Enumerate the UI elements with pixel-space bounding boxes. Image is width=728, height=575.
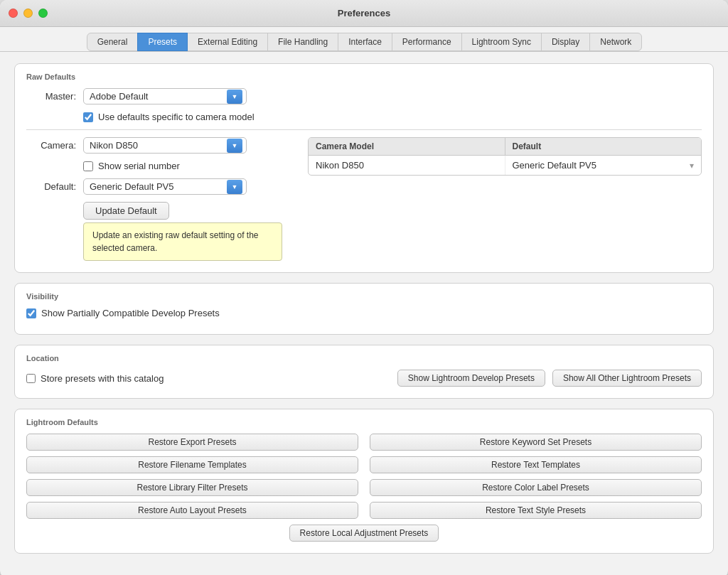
tab-performance[interactable]: Performance xyxy=(392,33,462,51)
restore-library-filter-button[interactable]: Restore Library Filter Presets xyxy=(26,479,358,496)
tab-display[interactable]: Display xyxy=(541,33,590,51)
camera-right-panel: Camera Model Default Nikon D850 Generic … xyxy=(308,137,702,261)
update-default-tooltip: Update an existing raw default setting o… xyxy=(83,222,282,261)
camera-table-header: Camera Model Default xyxy=(309,138,701,156)
use-defaults-checkbox[interactable] xyxy=(83,112,93,122)
default-select[interactable]: Generic Default PV5 Camera Default Adobe… xyxy=(83,178,247,195)
restore-filename-button[interactable]: Restore Filename Templates xyxy=(26,456,358,473)
show-presets-checkbox[interactable] xyxy=(26,308,36,318)
lightroom-defaults-grid: Restore Export Presets Restore Keyword S… xyxy=(26,434,702,519)
table-col-model: Camera Model xyxy=(309,138,505,155)
separator-1 xyxy=(26,129,702,130)
lightroom-defaults-section: Lightroom Defaults Restore Export Preset… xyxy=(14,409,714,554)
update-default-button[interactable]: Update Default xyxy=(83,202,169,220)
tabs-bar: General Presets External Editing File Ha… xyxy=(0,27,728,52)
store-presets-checkbox[interactable] xyxy=(26,374,36,383)
master-label: Master: xyxy=(26,91,76,102)
table-col-default: Default xyxy=(505,138,702,155)
use-defaults-row: Use defaults specific to camera model xyxy=(83,112,702,122)
default-row: Default: Generic Default PV5 Camera Defa… xyxy=(26,178,296,195)
window-title: Preferences xyxy=(338,8,390,18)
tab-lightroom-sync[interactable]: Lightroom Sync xyxy=(461,33,542,51)
master-select[interactable]: Adobe Default Camera Settings Custom Set… xyxy=(83,88,247,104)
show-other-presets-button[interactable]: Show All Other Lightroom Presets xyxy=(552,370,702,387)
tab-external-editing[interactable]: External Editing xyxy=(187,33,268,51)
chevron-down-icon: ▾ xyxy=(690,161,694,171)
show-serial-row: Show serial number xyxy=(83,161,296,171)
close-button[interactable] xyxy=(9,9,18,18)
main-content: Raw Defaults Master: Adobe Default Camer… xyxy=(0,52,728,575)
camera-section: Camera: Nikon D850 Canon EOS R5 Sony A7R… xyxy=(26,137,702,261)
default-label: Default: xyxy=(26,181,76,192)
default-select-wrapper: Generic Default PV5 Camera Default Adobe… xyxy=(83,178,247,195)
tab-interface[interactable]: Interface xyxy=(338,33,392,51)
location-section: Location Store presets with this catalog… xyxy=(14,345,714,399)
traffic-lights xyxy=(9,9,48,18)
titlebar: Preferences xyxy=(0,0,728,27)
table-cell-model: Nikon D850 xyxy=(309,156,505,175)
master-row: Master: Adobe Default Camera Settings Cu… xyxy=(26,88,702,104)
store-presets-label: Store presets with this catalog xyxy=(41,373,164,384)
location-row: Store presets with this catalog Show Lig… xyxy=(26,370,702,387)
tab-file-handling[interactable]: File Handling xyxy=(267,33,338,51)
master-select-wrapper: Adobe Default Camera Settings Custom Set… xyxy=(83,88,247,104)
tab-network[interactable]: Network xyxy=(589,33,642,51)
camera-select[interactable]: Nikon D850 Canon EOS R5 Sony A7R IV xyxy=(83,137,247,154)
tab-presets[interactable]: Presets xyxy=(137,33,188,51)
table-cell-default: Generic Default PV5 ▾ xyxy=(505,156,702,175)
preferences-window: Preferences General Presets External Edi… xyxy=(0,0,728,575)
show-serial-label: Show serial number xyxy=(98,161,180,171)
store-presets-row: Store presets with this catalog xyxy=(26,373,164,384)
show-presets-row: Show Partially Compatible Develop Preset… xyxy=(26,308,702,318)
table-row: Nikon D850 Generic Default PV5 ▾ xyxy=(309,156,701,175)
show-develop-presets-button[interactable]: Show Lightroom Develop Presets xyxy=(397,370,545,387)
location-buttons: Show Lightroom Develop Presets Show All … xyxy=(397,370,702,387)
restore-keyword-button[interactable]: Restore Keyword Set Presets xyxy=(370,434,702,451)
show-serial-checkbox[interactable] xyxy=(83,161,93,171)
location-label: Location xyxy=(26,354,702,362)
tab-general[interactable]: General xyxy=(87,33,139,51)
lightroom-defaults-label: Lightroom Defaults xyxy=(26,418,702,426)
camera-row: Camera: Nikon D850 Canon EOS R5 Sony A7R… xyxy=(26,137,296,154)
restore-text-button[interactable]: Restore Text Templates xyxy=(370,456,702,473)
restore-local-adjustment-button[interactable]: Restore Local Adjustment Presets xyxy=(289,525,439,542)
minimize-button[interactable] xyxy=(23,9,33,18)
lightroom-defaults-bottom: Restore Local Adjustment Presets xyxy=(26,525,702,542)
raw-defaults-label: Raw Defaults xyxy=(26,72,702,81)
use-defaults-label: Use defaults specific to camera model xyxy=(98,112,255,122)
show-presets-label: Show Partially Compatible Develop Preset… xyxy=(41,308,220,318)
camera-left-panel: Camera: Nikon D850 Canon EOS R5 Sony A7R… xyxy=(26,137,296,261)
restore-color-label-button[interactable]: Restore Color Label Presets xyxy=(370,479,702,496)
camera-label: Camera: xyxy=(26,140,76,151)
camera-defaults-table: Camera Model Default Nikon D850 Generic … xyxy=(308,137,702,176)
restore-auto-layout-button[interactable]: Restore Auto Layout Presets xyxy=(26,502,358,519)
camera-select-wrapper: Nikon D850 Canon EOS R5 Sony A7R IV xyxy=(83,137,247,154)
restore-export-button[interactable]: Restore Export Presets xyxy=(26,434,358,451)
visibility-section: Visibility Show Partially Compatible Dev… xyxy=(14,283,714,335)
visibility-label: Visibility xyxy=(26,292,702,301)
maximize-button[interactable] xyxy=(38,9,48,18)
raw-defaults-section: Raw Defaults Master: Adobe Default Camer… xyxy=(14,63,714,273)
restore-text-style-button[interactable]: Restore Text Style Presets xyxy=(370,502,702,519)
